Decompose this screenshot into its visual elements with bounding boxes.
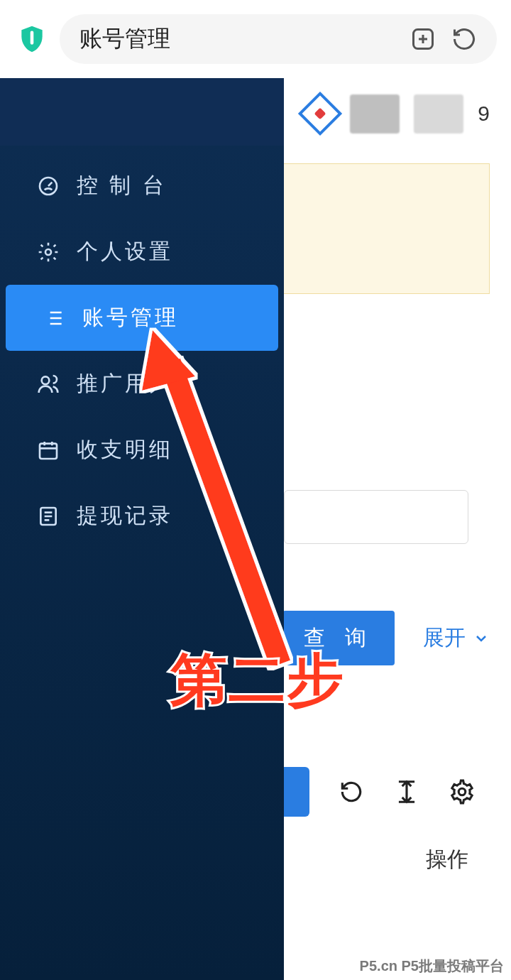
header-badge: 9 <box>478 102 490 126</box>
svg-point-4 <box>42 376 50 384</box>
address-bar[interactable]: 账号管理 <box>60 14 497 64</box>
watermark: P5.cn P5批量投稿平台 <box>360 957 504 976</box>
sidebar-item-label: 推广用户 <box>77 369 173 398</box>
svg-point-3 <box>45 249 51 255</box>
sidebar-item-withdrawals[interactable]: 提现记录 <box>0 483 284 549</box>
expand-label: 展开 <box>423 624 466 653</box>
document-icon <box>37 505 60 528</box>
sidebar-item-label: 个人设置 <box>77 237 173 266</box>
reload-icon[interactable] <box>451 26 477 52</box>
brand-logo-icon <box>298 92 342 136</box>
obscured-chip <box>414 94 463 134</box>
svg-point-1 <box>458 788 466 795</box>
sidebar-item-dashboard[interactable]: 控 制 台 <box>0 153 284 219</box>
obscured-chip <box>350 94 400 134</box>
sidebar-item-transactions[interactable]: 收支明细 <box>0 417 284 483</box>
sidebar-drawer: 控 制 台 个人设置 账号管理 推广用户 收支明细 提现记录 <box>0 78 284 980</box>
users-icon <box>37 373 60 396</box>
sidebar-item-label: 账号管理 <box>82 303 179 332</box>
text-input[interactable] <box>284 490 468 544</box>
svg-rect-5 <box>40 443 57 458</box>
list-icon <box>43 307 65 330</box>
drawer-header <box>0 78 284 146</box>
annotation-step-label: 第二步 <box>170 643 345 719</box>
active-chip[interactable] <box>284 767 309 817</box>
table-header-op: 操作 <box>426 845 468 874</box>
sidebar-item-label: 收支明细 <box>77 435 173 464</box>
expand-toggle[interactable]: 展开 <box>423 624 490 653</box>
sidebar-item-accounts[interactable]: 账号管理 <box>6 285 278 351</box>
refresh-icon[interactable] <box>338 778 365 805</box>
chevron-down-icon <box>473 630 490 647</box>
gauge-icon <box>37 175 60 197</box>
address-text: 账号管理 <box>79 23 170 55</box>
column-height-icon[interactable] <box>393 778 420 805</box>
shield-icon <box>14 21 50 57</box>
gear-icon <box>37 241 60 263</box>
sidebar-item-settings[interactable]: 个人设置 <box>0 219 284 285</box>
sidebar-item-label: 控 制 台 <box>77 171 167 200</box>
add-tab-icon[interactable] <box>410 26 436 52</box>
calendar-icon <box>37 439 60 462</box>
sidebar-item-label: 提现记录 <box>77 501 173 530</box>
sidebar-item-referrals[interactable]: 推广用户 <box>0 351 284 417</box>
gear-icon[interactable] <box>449 778 476 805</box>
